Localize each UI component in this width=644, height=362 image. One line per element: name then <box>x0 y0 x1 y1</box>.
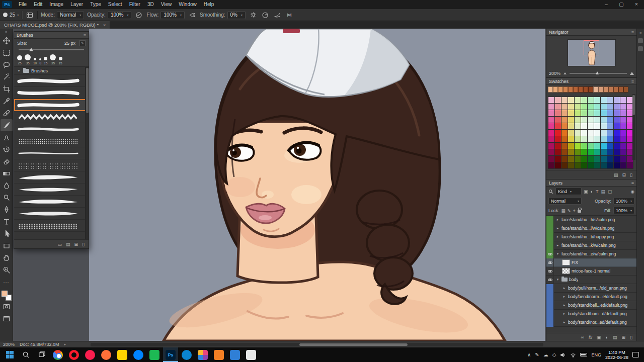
scrollbar-thumb[interactable] <box>86 68 89 113</box>
visibility-toggle[interactable] <box>546 250 554 258</box>
expand-arrow-icon[interactable]: ▾ <box>555 278 560 282</box>
swatch[interactable] <box>583 86 588 93</box>
layer-row[interactable]: ▸ body/bend/norm...e/default.png <box>546 293 636 301</box>
swatch[interactable] <box>601 130 607 136</box>
menu-view[interactable]: View <box>157 0 176 9</box>
swatch[interactable] <box>594 136 600 142</box>
healing-brush-tool[interactable] <box>1 107 13 119</box>
swatch[interactable] <box>588 149 594 155</box>
layer-row[interactable]: ▸ face/stand/no...l/w/calm.png <box>546 224 636 233</box>
brush-angle-icon[interactable] <box>261 11 270 20</box>
adjustment-layer-icon[interactable]: ◐ <box>606 335 608 340</box>
swatch[interactable] <box>601 162 607 168</box>
swatch[interactable] <box>548 110 554 116</box>
swatch[interactable] <box>614 117 620 123</box>
swatch[interactable] <box>548 117 554 123</box>
swatch[interactable] <box>607 149 613 155</box>
brush-preset[interactable]: 15 <box>58 57 62 65</box>
swatch[interactable] <box>575 130 581 136</box>
blend-mode-select[interactable]: Normal ▾ <box>548 197 582 205</box>
swatch[interactable] <box>594 97 600 103</box>
tray-shield-icon[interactable]: ◇ <box>552 352 556 357</box>
layers-header[interactable]: Layers ≡ <box>546 179 636 187</box>
swatch[interactable] <box>568 162 574 168</box>
lock-transparency-icon[interactable]: ▦ <box>561 208 566 213</box>
network-icon[interactable] <box>570 352 576 358</box>
swatch[interactable] <box>555 156 561 162</box>
type-filter-icon[interactable]: T <box>596 189 599 194</box>
taskbar-app-firefox[interactable] <box>99 347 114 362</box>
expand-arrow-icon[interactable]: ▸ <box>562 312 567 316</box>
swatch[interactable] <box>555 117 561 123</box>
size-value[interactable]: 25 px <box>64 41 75 46</box>
swatch[interactable] <box>568 110 574 116</box>
swatch[interactable] <box>563 86 568 93</box>
panel-menu-icon[interactable]: ≡ <box>631 180 634 186</box>
swatch[interactable] <box>548 149 554 155</box>
swatch[interactable] <box>588 143 594 149</box>
swatch[interactable] <box>588 156 594 162</box>
new-swatch-group-icon[interactable]: ▤ <box>614 172 618 177</box>
taskbar-app-orange[interactable] <box>211 347 226 362</box>
delete-layer-icon[interactable]: ▯ <box>630 335 632 340</box>
taskbar-app-photos[interactable] <box>195 347 210 362</box>
swatch[interactable] <box>620 136 626 142</box>
flow-select[interactable]: 100% ▾ <box>160 11 185 19</box>
swatch[interactable] <box>588 86 593 93</box>
foreground-color-swatch[interactable] <box>2 291 8 297</box>
screen-mode-button[interactable] <box>1 313 13 325</box>
type-tool[interactable] <box>1 216 13 228</box>
swatch[interactable] <box>548 136 554 142</box>
swatch[interactable] <box>594 156 600 162</box>
delete-swatch-icon[interactable]: ▯ <box>630 172 632 177</box>
symmetry-icon[interactable]: ⋈ <box>285 11 294 20</box>
layer-row[interactable]: ▾ face/stand/no...e/w/calm.png <box>546 250 636 258</box>
new-layer-icon[interactable]: ⊞ <box>622 335 626 340</box>
canvas-horizontal-scrollbar[interactable] <box>91 343 543 346</box>
swatch[interactable] <box>561 143 568 149</box>
path-selection-tool[interactable] <box>1 228 13 240</box>
minimize-button[interactable]: – <box>599 0 614 9</box>
swatch[interactable] <box>614 162 620 168</box>
slider-thumb[interactable] <box>596 71 599 74</box>
tray-expand-icon[interactable]: ∧ <box>527 352 531 357</box>
swatch[interactable] <box>607 97 613 103</box>
visibility-toggle[interactable] <box>546 284 554 293</box>
brush-item[interactable] <box>14 184 89 196</box>
navigator-thumbnail[interactable] <box>568 40 615 66</box>
adjustment-filter-icon[interactable]: ◐ <box>591 189 593 194</box>
swatch[interactable] <box>575 110 581 116</box>
swatch[interactable] <box>581 97 587 103</box>
crop-tool[interactable] <box>1 83 13 95</box>
swatch[interactable] <box>620 130 626 136</box>
swatch[interactable] <box>614 104 620 110</box>
swatch[interactable] <box>561 123 568 129</box>
menu-edit[interactable]: Edit <box>30 0 46 9</box>
swatch[interactable] <box>594 104 600 110</box>
swatch[interactable] <box>614 110 620 116</box>
swatch[interactable] <box>601 117 607 123</box>
swatch[interactable] <box>575 149 581 155</box>
swatch[interactable] <box>601 123 607 129</box>
swatch[interactable] <box>607 156 613 162</box>
swatch[interactable] <box>581 143 587 149</box>
visibility-toggle[interactable] <box>546 310 554 318</box>
menu-3d[interactable]: 3D <box>144 0 157 9</box>
blur-tool[interactable] <box>1 179 13 192</box>
zoom-level-readout[interactable]: 200% <box>3 342 15 347</box>
brush-item[interactable] <box>14 135 89 147</box>
eraser-tool[interactable] <box>1 155 13 167</box>
swatch[interactable] <box>561 156 568 162</box>
swatch[interactable] <box>581 149 587 155</box>
lock-all-icon[interactable] <box>578 210 581 213</box>
expand-arrow-icon[interactable]: ▸ <box>562 286 567 290</box>
swatches-header[interactable]: Swatches ≡ <box>546 78 636 85</box>
taskbar-app-notepad[interactable] <box>244 347 259 362</box>
swatch[interactable] <box>588 130 594 136</box>
swatch[interactable] <box>555 104 561 110</box>
swatch[interactable] <box>588 162 594 168</box>
swatch[interactable] <box>568 136 574 142</box>
swatch[interactable] <box>618 86 623 93</box>
delete-brush-icon[interactable]: ▯ <box>82 242 85 247</box>
swatch[interactable] <box>581 130 587 136</box>
